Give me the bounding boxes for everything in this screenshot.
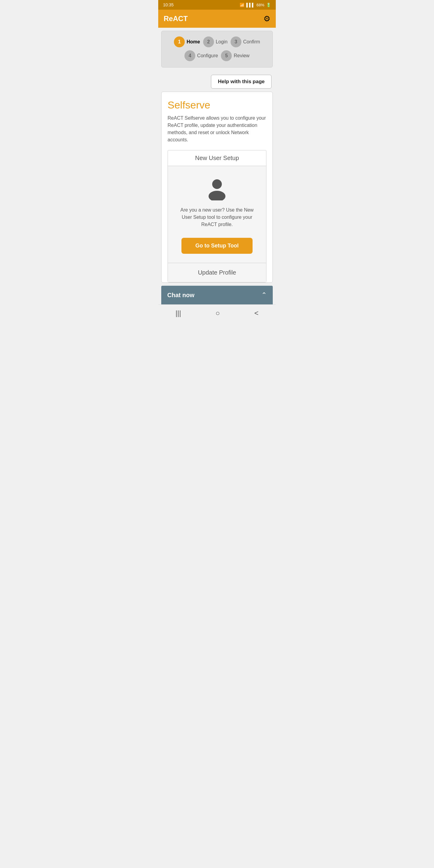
- signal-icon: ▌▌▌: [246, 3, 255, 7]
- step-label-5: Review: [234, 53, 249, 59]
- app-title: ReACT: [164, 14, 188, 23]
- battery-level: 68%: [256, 3, 264, 7]
- step-4[interactable]: 4 Configure: [184, 50, 218, 61]
- user-silhouette-icon: [205, 176, 229, 200]
- step-2[interactable]: 2 Login: [203, 36, 227, 47]
- battery-icon: 🔋: [266, 3, 271, 7]
- status-icons: 📶 ▌▌▌ 68% 🔋: [240, 3, 271, 7]
- user-icon-container: [205, 173, 229, 202]
- chat-bar[interactable]: Chat now ⌃: [161, 286, 273, 304]
- status-bar: 10:35 📶 ▌▌▌ 68% 🔋: [158, 0, 276, 10]
- chat-bar-label: Chat now: [167, 292, 194, 299]
- step-circle-5: 5: [221, 50, 232, 61]
- stepper: 1 Home 2 Login 3 Confirm 4 Configure 5 R…: [161, 31, 273, 67]
- step-circle-3: 3: [230, 36, 241, 47]
- svg-point-0: [212, 179, 222, 189]
- help-button[interactable]: Help with this page: [211, 75, 272, 89]
- status-time: 10:35: [163, 2, 174, 7]
- nav-home-icon[interactable]: ○: [216, 309, 220, 317]
- step-label-4: Configure: [197, 53, 218, 59]
- step-circle-2: 2: [203, 36, 214, 47]
- selfserve-title-orange: serve: [185, 99, 210, 111]
- app-header: ReACT ⚙: [158, 10, 276, 28]
- new-user-setup-section: New User Setup Are you a new user? Use t…: [167, 150, 267, 282]
- settings-icon[interactable]: ⚙: [264, 14, 270, 24]
- svg-point-1: [209, 191, 225, 200]
- nav-menu-icon[interactable]: |||: [176, 309, 181, 317]
- step-1[interactable]: 1 Home: [174, 36, 200, 47]
- wifi-icon: 📶: [240, 3, 244, 7]
- go-to-setup-tool-button[interactable]: Go to Setup Tool: [181, 238, 252, 254]
- step-3[interactable]: 3 Confirm: [230, 36, 260, 47]
- update-profile-section: Update Profile: [168, 263, 266, 282]
- step-label-3: Confirm: [243, 39, 260, 44]
- step-label-2: Login: [216, 39, 227, 44]
- selfserve-title: Selfserve: [167, 99, 267, 111]
- new-user-setup-body: Are you a new user? Use the New User Set…: [168, 166, 266, 263]
- chevron-up-icon: ⌃: [261, 291, 267, 299]
- step-5[interactable]: 5 Review: [221, 50, 249, 61]
- android-nav: ||| ○ <: [158, 304, 276, 320]
- step-label-1: Home: [187, 39, 200, 44]
- new-user-setup-title: New User Setup: [168, 150, 266, 166]
- main-card: Selfserve ReACT Selfserve allows you to …: [161, 92, 273, 283]
- help-container: Help with this page: [158, 70, 276, 92]
- new-user-description: Are you a new user? Use the New User Set…: [173, 207, 261, 231]
- stepper-row-2: 4 Configure 5 Review: [166, 50, 268, 61]
- step-circle-4: 4: [184, 50, 195, 61]
- stepper-row-1: 1 Home 2 Login 3 Confirm: [166, 36, 268, 47]
- nav-back-icon[interactable]: <: [254, 309, 258, 317]
- step-circle-1: 1: [174, 36, 185, 47]
- update-profile-title: Update Profile: [173, 269, 261, 276]
- selfserve-description: ReACT Selfserve allows you to configure …: [167, 115, 267, 144]
- selfserve-title-regular: Self: [167, 99, 185, 111]
